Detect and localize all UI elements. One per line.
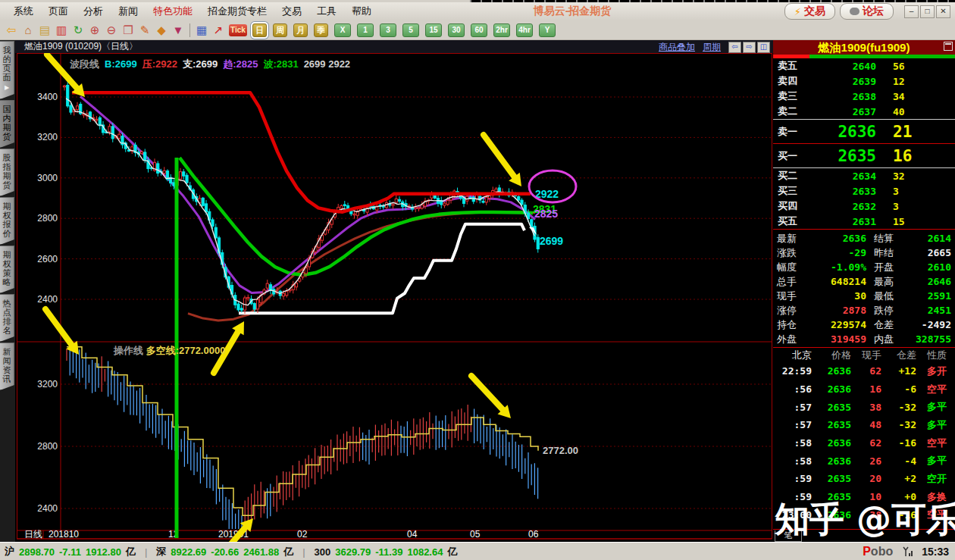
restore-panel-icon[interactable] bbox=[944, 42, 953, 51]
chart-titlebar: 燃油1909 (010209)〈日线〉 商品叠加 周期 ⇦ ⇨ ◫ bbox=[15, 40, 773, 53]
tick-row-2: :57263538-32多平 bbox=[773, 398, 955, 416]
tick-oi-change: -4 bbox=[881, 455, 916, 467]
tab-tick-detail[interactable]: 笔 bbox=[775, 530, 802, 542]
tick-volume: 16 bbox=[851, 383, 881, 395]
stat-label: 最新 bbox=[777, 232, 809, 246]
tick-nature: 多平 bbox=[916, 418, 947, 432]
home-icon[interactable]: ⌂ bbox=[20, 23, 36, 38]
overlay-link[interactable]: 商品叠加 bbox=[659, 41, 695, 54]
tick-row-6: :59263520+2空开 bbox=[773, 470, 955, 488]
minimize-button[interactable]: – bbox=[904, 5, 919, 18]
sidebar-tab-index-futures[interactable]: 股指期货 bbox=[0, 149, 14, 196]
chart-canvas[interactable]: 340032003000280026002400320028002400日线20… bbox=[15, 53, 773, 542]
tick-header-cell: 仓差 bbox=[881, 349, 916, 362]
menu-item-0[interactable]: 系统 bbox=[6, 3, 41, 20]
period-button-quarter[interactable]: 季 bbox=[314, 23, 328, 37]
back-icon[interactable]: ⇦ bbox=[3, 23, 20, 38]
trade-button[interactable]: ⚡ 交易 bbox=[784, 3, 835, 20]
sidebar-tab-options-strategy[interactable]: 期权策略 bbox=[0, 246, 14, 293]
period-button-5[interactable]: 5 bbox=[402, 23, 419, 37]
refresh-icon[interactable]: ↻ bbox=[70, 23, 86, 38]
stat-label: 仓差 bbox=[866, 318, 907, 332]
period-button-y[interactable]: Y bbox=[539, 23, 556, 37]
period-button-60[interactable]: 60 bbox=[471, 23, 487, 37]
sidebar-tab-domestic-futures[interactable]: 国内期货 bbox=[0, 100, 14, 148]
period-button-day[interactable]: 日 bbox=[252, 23, 267, 37]
stat-label: 总手 bbox=[777, 275, 809, 289]
split-window-icon[interactable]: ◫ bbox=[757, 42, 770, 53]
support-label: 2699 bbox=[540, 235, 563, 247]
stat-value: 30 bbox=[809, 290, 866, 302]
next-contract-icon[interactable]: ⇨ bbox=[743, 42, 756, 53]
stat-value: 2665 bbox=[907, 247, 951, 258]
menu-item-7[interactable]: 工具 bbox=[309, 3, 344, 20]
contract-header: 燃油1909(fu1909) bbox=[773, 40, 955, 55]
bid-row-5: 买五263115 bbox=[773, 214, 955, 229]
stat-value: 2636 bbox=[809, 233, 866, 244]
quote-table-icon[interactable]: ▦ bbox=[193, 23, 210, 38]
menu-item-8[interactable]: 帮助 bbox=[344, 3, 379, 20]
sidebar-tab-options-quotes[interactable]: 期权报价 bbox=[0, 197, 14, 245]
tick-oi-change: -16 bbox=[881, 509, 916, 521]
tick-price: 2636 bbox=[812, 383, 851, 395]
x-axis-tick: 02 bbox=[297, 529, 308, 540]
period-button-3[interactable]: 3 bbox=[380, 23, 396, 37]
period-button-1[interactable]: 1 bbox=[357, 23, 374, 37]
ask-row-5-volume: 56 bbox=[876, 61, 946, 72]
tick-row-3: :57263548-32多平 bbox=[773, 416, 955, 434]
report-icon[interactable]: ▥ bbox=[53, 23, 70, 38]
overlay-icon[interactable]: ❐ bbox=[120, 23, 136, 38]
period-button-4hr[interactable]: 4hr bbox=[516, 23, 533, 37]
index-amount-unit: 亿 bbox=[447, 545, 457, 558]
menu-item-3[interactable]: 新闻 bbox=[111, 3, 146, 20]
notes-icon[interactable]: ▤ bbox=[36, 23, 53, 38]
period-link[interactable]: 周期 bbox=[703, 41, 721, 54]
alarm-icon[interactable]: ◆ bbox=[153, 23, 170, 38]
stat-label: 最高 bbox=[866, 275, 907, 289]
tick-volume: 26 bbox=[851, 455, 881, 467]
menu-item-5[interactable]: 招金期货专栏 bbox=[200, 3, 274, 20]
menu-item-6[interactable]: 交易 bbox=[274, 3, 309, 20]
trend-chart-icon[interactable]: ↗ bbox=[210, 23, 227, 38]
toolbar-separator bbox=[189, 23, 190, 37]
tick-oi-change: -6 bbox=[881, 383, 916, 395]
lightning-icon: ⚡ bbox=[794, 6, 801, 17]
ask-row-2-label: 卖二 bbox=[778, 105, 817, 118]
maximize-button[interactable]: □ bbox=[920, 5, 935, 18]
stat-label: 外盘 bbox=[777, 333, 809, 346]
sidebar-tab-my-page[interactable]: 我的页面▶ bbox=[0, 41, 14, 99]
sidebar-tab-news[interactable]: 新闻资讯 bbox=[0, 343, 14, 390]
window-controls: – □ ✕ bbox=[904, 5, 950, 18]
chart-pane[interactable]: 燃油1909 (010209)〈日线〉 商品叠加 周期 ⇦ ⇨ ◫ 340032… bbox=[15, 40, 773, 542]
period-button-x[interactable]: X bbox=[334, 23, 351, 37]
prev-contract-icon[interactable]: ⇦ bbox=[728, 42, 741, 53]
sidebar-tab-hot-ranking[interactable]: 热点排名 bbox=[0, 294, 14, 342]
menu-item-1[interactable]: 页面 bbox=[41, 3, 76, 20]
separator: | bbox=[140, 546, 152, 558]
tick-nature: 多平 bbox=[916, 454, 947, 468]
bid-row-4-label: 买四 bbox=[778, 199, 817, 213]
index-amount: 1912.80 bbox=[86, 546, 121, 558]
ask-row-2: 卖二263740 bbox=[773, 104, 955, 119]
draw-icon[interactable]: ✎ bbox=[136, 23, 153, 38]
tick-row-7: :59263510+0多换 bbox=[773, 488, 955, 506]
period-button-week[interactable]: 周 bbox=[273, 23, 287, 37]
menu-item-4[interactable]: 特色功能 bbox=[146, 3, 200, 20]
close-button[interactable]: ✕ bbox=[936, 5, 950, 18]
zoom-in-icon[interactable]: ⊕ bbox=[86, 23, 103, 38]
period-button-15[interactable]: 15 bbox=[425, 23, 442, 37]
tick-nature: 空平 bbox=[916, 508, 947, 521]
tick-price: 2636 bbox=[812, 365, 851, 377]
period-button-tick[interactable]: Tick bbox=[229, 24, 247, 36]
bid-row-3-label: 买三 bbox=[778, 184, 817, 198]
y-axis-label: 3200 bbox=[37, 132, 58, 142]
zoom-out-icon[interactable]: ⊖ bbox=[103, 23, 120, 38]
menu-item-2[interactable]: 分析 bbox=[76, 3, 111, 20]
bid-row-2-volume: 32 bbox=[876, 171, 946, 182]
period-button-30[interactable]: 30 bbox=[448, 23, 465, 37]
period-button-month[interactable]: 月 bbox=[293, 23, 308, 37]
stat-value: 2591 bbox=[907, 290, 951, 302]
period-button-2hr[interactable]: 2hr bbox=[493, 23, 510, 37]
forum-button[interactable]: 论坛 bbox=[840, 3, 894, 20]
filter-icon[interactable]: ▼ bbox=[170, 23, 186, 38]
